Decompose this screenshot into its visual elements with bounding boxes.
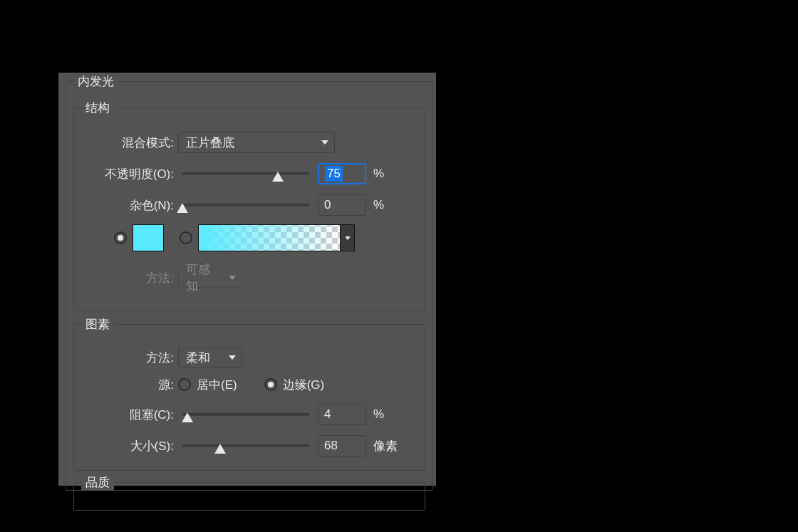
noise-unit: % [373, 198, 384, 212]
blend-mode-label: 混合模式: [74, 135, 178, 151]
opacity-label: 不透明度(O): [74, 166, 178, 182]
quality-title: 品质 [81, 474, 114, 491]
source-label: 源: [74, 377, 178, 393]
color-swatch[interactable] [133, 224, 164, 251]
chevron-down-icon [229, 355, 236, 360]
source-edge-label: 边缘(G) [283, 377, 325, 393]
method-select: 可感知 [178, 268, 242, 288]
source-edge-radio[interactable] [264, 378, 277, 391]
inner-glow-group: 内发光 结构 混合模式: 正片叠底 不透明度(O): 75 % [66, 81, 433, 491]
choke-input[interactable]: 4 [318, 404, 366, 425]
chevron-down-icon [229, 276, 236, 280]
choke-slider-thumb[interactable] [182, 412, 193, 422]
inner-glow-title: 内发光 [73, 73, 118, 90]
method-value: 可感知 [186, 261, 222, 294]
blend-mode-select[interactable]: 正片叠底 [178, 132, 335, 153]
size-slider-thumb[interactable] [214, 444, 226, 454]
inner-glow-panel: 内发光 结构 混合模式: 正片叠底 不透明度(O): 75 % [58, 73, 436, 486]
method-label: 方法: [74, 270, 178, 286]
technique-label: 方法: [74, 350, 178, 366]
choke-unit: % [373, 407, 384, 422]
gradient-picker-button[interactable] [341, 224, 355, 251]
technique-value: 柔和 [186, 350, 210, 366]
source-center-label: 居中(E) [197, 377, 237, 393]
chevron-down-icon [321, 140, 328, 145]
structure-title: 结构 [81, 100, 114, 116]
size-input[interactable]: 68 [318, 435, 366, 457]
blend-mode-value: 正片叠底 [186, 135, 234, 151]
color-solid-radio[interactable] [114, 231, 127, 244]
radio-dot-icon [268, 382, 274, 387]
color-gradient-radio[interactable] [180, 231, 192, 244]
opacity-value: 75 [325, 166, 343, 182]
size-unit: 像素 [373, 438, 398, 454]
gradient-preview[interactable] [198, 224, 341, 251]
opacity-unit: % [373, 167, 384, 181]
noise-slider-thumb[interactable] [177, 203, 188, 213]
opacity-slider[interactable] [182, 172, 309, 175]
technique-select[interactable]: 柔和 [178, 348, 242, 367]
quality-group: 品质 [73, 482, 425, 511]
size-label: 大小(S): [74, 438, 178, 454]
size-slider[interactable] [182, 444, 309, 447]
noise-input[interactable]: 0 [318, 194, 366, 216]
elements-title: 图素 [81, 316, 114, 333]
choke-label: 阻塞(C): [74, 407, 178, 423]
choke-value: 4 [324, 407, 331, 422]
elements-group: 图素 方法: 柔和 源: 居中(E) 边缘(G) 阻塞(C): [73, 324, 425, 471]
size-value: 68 [324, 439, 338, 453]
opacity-input[interactable]: 75 [318, 163, 366, 184]
source-center-radio[interactable] [178, 378, 191, 391]
chevron-down-icon [345, 236, 351, 240]
noise-label: 杂色(N): [74, 197, 178, 214]
noise-slider[interactable] [182, 204, 309, 207]
noise-value: 0 [324, 198, 331, 212]
choke-slider[interactable] [182, 413, 309, 416]
opacity-slider-thumb[interactable] [272, 172, 284, 182]
radio-dot-icon [118, 235, 123, 241]
structure-group: 结构 混合模式: 正片叠底 不透明度(O): 75 % 杂色(N): [73, 108, 425, 311]
